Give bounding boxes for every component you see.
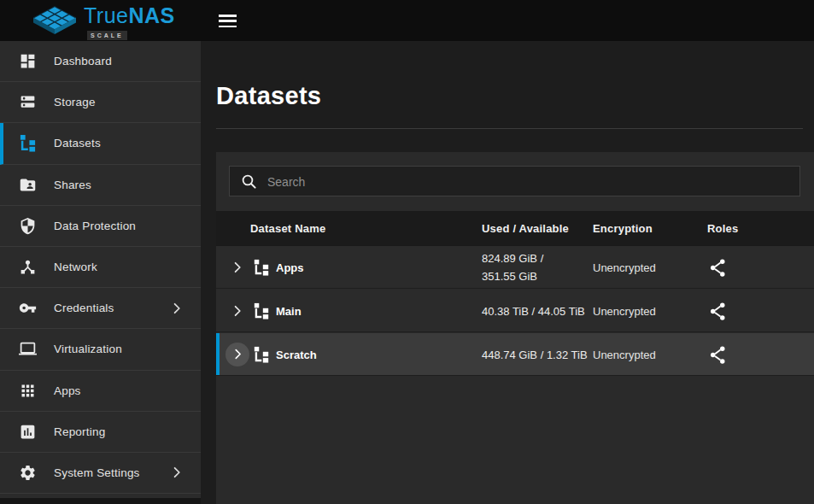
brand-scale-badge: SCALE	[87, 31, 127, 40]
sidebar-item-label: System Settings	[54, 466, 140, 479]
truenas-logo[interactable]: TrueNAS SCALE	[32, 5, 175, 40]
storage-icon	[17, 92, 38, 113]
share-roles-icon[interactable]	[709, 345, 726, 364]
sidebar-item-label: Shares	[54, 179, 91, 191]
sidebar-item-label: Dashboard	[54, 55, 112, 67]
search-input[interactable]	[266, 167, 790, 197]
sidebar-item-dashboard[interactable]: Dashboard	[0, 41, 201, 82]
table-header: Dataset Name Used / Available Encryption…	[216, 211, 814, 246]
used-available-value: 824.89 GiB / 351.55 GiB	[482, 249, 591, 285]
key-icon	[17, 298, 38, 319]
shield-icon	[17, 215, 38, 236]
table-row-main[interactable]: Main 40.38 TiB / 44.05 TiB Unencrypted	[216, 290, 814, 332]
datasets-tree-icon	[17, 133, 38, 154]
column-header-encryption: Encryption	[593, 211, 653, 245]
chevron-right-icon	[170, 466, 184, 479]
dataset-tree-icon	[253, 302, 270, 319]
used-line-2: 351.55 GiB	[482, 267, 591, 285]
apps-grid-icon	[17, 380, 38, 401]
used-line-1: 824.89 GiB /	[482, 249, 591, 267]
share-roles-icon[interactable]	[709, 258, 726, 277]
sidebar-nav: Dashboard Storage Datasets Shares Data P…	[0, 41, 201, 504]
top-bar: TrueNAS SCALE	[0, 0, 814, 41]
share-roles-icon[interactable]	[709, 302, 726, 320]
page-title: Datasets	[216, 82, 321, 110]
sidebar-item-label: Data Protection	[54, 220, 136, 232]
used-line-1: 40.38 TiB / 44.05 TiB	[482, 302, 591, 319]
encryption-value: Unencrypted	[593, 348, 656, 360]
search-bar	[229, 166, 800, 196]
encryption-value: Unencrypted	[593, 304, 656, 317]
main-content: Datasets Dataset Name Used / Available E…	[201, 41, 814, 504]
network-hub-icon	[17, 257, 38, 278]
dataset-tree-icon	[253, 259, 270, 276]
sidebar-item-storage[interactable]: Storage	[0, 82, 201, 123]
sidebar-item-credentials[interactable]: Credentials	[0, 288, 201, 329]
truenas-logo-icon	[32, 5, 77, 36]
sidebar-item-label: Storage	[54, 96, 96, 108]
chevron-right-icon	[170, 302, 184, 315]
sidebar-item-datasets[interactable]: Datasets	[0, 123, 201, 164]
used-line-1: 448.74 GiB / 1.32 TiB	[482, 345, 591, 363]
table-row-scratch[interactable]: Scratch 448.74 GiB / 1.32 TiB Unencrypte…	[216, 333, 814, 376]
column-header-dataset-name: Dataset Name	[250, 211, 325, 245]
search-icon	[241, 173, 256, 189]
encryption-value: Unencrypted	[593, 261, 656, 273]
sidebar-item-system-settings[interactable]: System Settings	[0, 453, 201, 494]
sidebar-item-label: Credentials	[54, 302, 114, 314]
sidebar-item-label: Datasets	[54, 137, 101, 149]
sidebar-item-label: Reporting	[54, 425, 105, 438]
hamburger-menu-icon[interactable]	[219, 15, 237, 27]
sidebar-item-apps[interactable]: Apps	[0, 371, 201, 412]
expand-chevron-icon[interactable]	[231, 261, 244, 274]
dataset-name: Scratch	[276, 348, 317, 360]
laptop-icon	[17, 339, 38, 360]
sidebar-item-virtualization[interactable]: Virtualization	[0, 329, 201, 370]
sidebar-item-label: Apps	[54, 384, 81, 397]
dataset-name: Apps	[276, 261, 304, 273]
sidebar-item-label: Virtualization	[54, 343, 122, 355]
sidebar-item-shares[interactable]: Shares	[0, 165, 201, 206]
sidebar-bottom-bar	[0, 498, 201, 504]
expand-chevron-icon[interactable]	[231, 304, 244, 318]
sidebar-item-network[interactable]: Network	[0, 247, 201, 288]
column-header-roles: Roles	[707, 211, 738, 245]
sidebar-item-data-protection[interactable]: Data Protection	[0, 206, 201, 247]
table-row-apps[interactable]: Apps 824.89 GiB / 351.55 GiB Unencrypted	[216, 246, 814, 289]
column-header-used-available: Used / Available	[482, 211, 569, 245]
title-divider	[216, 128, 803, 129]
truenas-wordmark: TrueNAS SCALE	[84, 5, 175, 40]
used-available-value: 448.74 GiB / 1.32 TiB	[482, 345, 591, 363]
dataset-tree-icon	[253, 346, 270, 363]
shared-folder-icon	[17, 174, 38, 195]
datasets-card: Dataset Name Used / Available Encryption…	[216, 152, 814, 504]
brand-nas: NAS	[128, 3, 174, 27]
dataset-name: Main	[276, 304, 302, 317]
sidebar-item-label: Network	[54, 261, 97, 273]
brand-true: True	[84, 3, 128, 27]
dashboard-icon	[17, 51, 38, 72]
sidebar-item-reporting[interactable]: Reporting	[0, 412, 201, 453]
bar-chart-icon	[17, 421, 38, 442]
expand-chevron-button[interactable]	[225, 343, 249, 366]
used-available-value: 40.38 TiB / 44.05 TiB	[482, 302, 591, 319]
gear-icon	[17, 462, 38, 483]
